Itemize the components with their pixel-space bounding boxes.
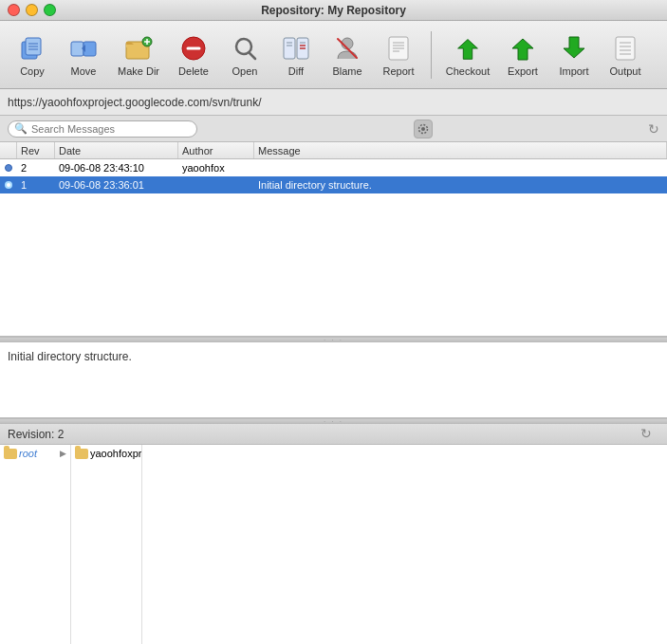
row-author: yaoohfox [178,162,254,174]
toolbar: Copy Move [0,21,667,89]
file-browser: root ▶ yaoohfoxproject ▶ [0,445,667,644]
row-date: 09-06-08 23:36:01 [55,179,178,191]
export-label: Export [508,65,538,77]
revision-value: 2 [58,428,65,441]
svg-marker-32 [512,39,533,60]
svg-marker-33 [564,37,584,58]
diff-label: Diff [288,65,304,77]
delete-icon [178,33,209,64]
bottom-section: Revision: 2 ↻ root ▶ yaoohfoxproject ▶ [0,424,667,644]
open-icon [230,33,260,64]
revision-refresh-button[interactable]: ↻ [633,424,659,445]
message-panel: Initial directory structure. [0,342,667,418]
row-bullet [0,181,17,189]
row-rev: 1 [17,179,55,191]
import-button[interactable]: Import [549,27,599,83]
log-body: 2 09-06-08 23:43:10 yaoohfox 1 09-06-08 … [0,159,667,336]
diff-button[interactable]: Diff [271,27,321,83]
folder-icon [4,449,17,459]
diff-icon [281,33,311,64]
blame-label: Blame [332,65,361,77]
file-col-3 [142,445,667,644]
refresh-button[interactable]: ↻ [648,121,659,137]
toolbar-right-group: Checkout Export Import [439,27,650,83]
makedir-icon [123,33,154,64]
log-col-author-header: Author [178,142,254,158]
table-row[interactable]: 2 09-06-08 23:43:10 yaoohfox [0,159,667,176]
svg-marker-31 [458,39,478,59]
log-col-rev-header: Rev [17,142,55,158]
svg-rect-17 [284,38,295,59]
maximize-button[interactable] [44,4,56,16]
url-text: https://yaoohfoxproject.googlecode.com/s… [8,96,262,109]
copy-button[interactable]: Copy [8,27,57,83]
delete-button[interactable]: Delete [169,27,218,83]
table-row[interactable]: 1 09-06-08 23:36:01 Initial directory st… [0,176,667,193]
makedir-button[interactable]: Make Dir [110,27,167,83]
move-button[interactable]: Move [59,27,108,83]
row-date: 09-06-08 23:43:10 [55,162,178,174]
revision-header: Revision: 2 ↻ [0,424,667,445]
list-item[interactable]: yaoohfoxproject ▶ [71,445,141,462]
svg-point-15 [236,39,251,54]
move-icon [68,33,99,64]
import-icon [559,33,589,64]
search-icon: 🔍 [14,122,28,135]
export-icon [508,33,538,64]
checkout-button[interactable]: Checkout [439,27,496,83]
checkout-icon [453,33,483,64]
log-col-icon-header [0,142,17,158]
toolbar-left-group: Copy Move [8,27,423,83]
log-col-date-header: Date [55,142,178,158]
search-options-button[interactable] [414,120,433,138]
copy-icon [17,33,47,64]
revision-label: Revision: [8,428,54,441]
svg-rect-9 [126,45,138,47]
file-item-label: yaoohfoxproject [90,448,142,459]
svg-line-16 [250,53,255,59]
svg-rect-34 [616,37,635,60]
row-message: Initial directory structure. [254,179,667,191]
output-icon [610,33,640,64]
svg-rect-5 [71,42,83,56]
message-text: Initial directory structure. [8,350,132,363]
log-header: Rev Date Author Message [0,142,667,159]
expand-arrow: ▶ [60,449,66,458]
bullet-filled [5,164,12,172]
minimize-button[interactable] [26,4,38,16]
copy-label: Copy [20,65,45,77]
report-button[interactable]: Report [374,27,423,83]
row-rev: 2 [17,162,55,174]
log-col-message-header: Message [254,142,667,158]
file-item-label: root [19,448,37,459]
import-label: Import [559,65,588,77]
search-input-wrap: 🔍 [8,120,197,138]
list-item[interactable]: root ▶ [0,445,70,462]
file-col-1: root ▶ [0,445,71,644]
search-bar: 🔍 ↻ [0,116,667,142]
row-bullet [0,164,17,172]
blame-icon [332,33,362,64]
makedir-label: Make Dir [118,65,159,77]
delete-label: Delete [178,65,209,77]
open-label: Open [232,65,258,77]
window-controls [8,4,56,16]
close-button[interactable] [8,4,20,16]
export-button[interactable]: Export [498,27,547,83]
search-input[interactable] [31,123,174,135]
report-label: Report [382,65,414,77]
title-bar: Repository: My Repository [0,0,667,21]
output-label: Output [609,65,640,77]
checkout-label: Checkout [446,65,490,77]
open-button[interactable]: Open [220,27,269,83]
window-title: Repository: My Repository [261,4,406,17]
output-button[interactable]: Output [601,27,650,83]
file-col-2: yaoohfoxproject ▶ [71,445,142,644]
blame-button[interactable]: Blame [323,27,372,83]
url-bar: https://yaoohfoxproject.googlecode.com/s… [0,89,667,116]
report-icon [383,33,414,64]
log-section: Rev Date Author Message 2 09-06-08 23:43… [0,142,667,337]
bullet-outline [5,181,12,189]
toolbar-separator [431,31,432,79]
svg-point-39 [421,127,425,131]
